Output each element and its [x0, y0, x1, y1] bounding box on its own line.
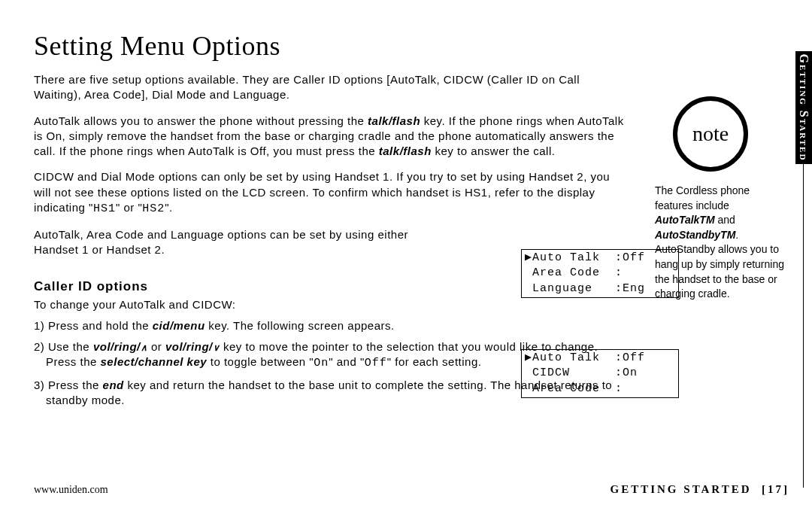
select-channel-key-ref: select/channel key [101, 355, 208, 368]
text: and [715, 214, 735, 226]
note-label: note [692, 122, 729, 146]
page-title: Setting Menu Options [34, 30, 628, 62]
text: Press the [46, 355, 101, 368]
up-arrow-icon: ∧ [141, 342, 148, 353]
talk-flash-key-ref: talk/flash [368, 114, 420, 127]
page-footer: www.uniden.com GETTING STARTED [17] [34, 483, 789, 496]
text: AutoTalk allows you to answer the phone … [34, 114, 368, 127]
text: ". [165, 201, 173, 214]
autotalk-paragraph: AutoTalk allows you to answer the phone … [34, 114, 628, 160]
text: 3) Press the [34, 379, 103, 391]
text: key to answer the call. [432, 144, 556, 157]
autostandby-tm: AutoStandbyTM [655, 229, 735, 241]
footer-page-number: [17] [762, 483, 789, 495]
note-icon: note [673, 96, 748, 172]
text: or [147, 340, 165, 353]
footer-section: GETTING STARTED [17] [611, 483, 789, 496]
footer-section-label: GETTING STARTED [611, 483, 752, 495]
cid-menu-key-ref: cid/menu [153, 319, 205, 332]
cidcw-paragraph: CIDCW and Dial Mode options can only be … [34, 169, 628, 217]
note-body: The Cordless phone features include Auto… [650, 184, 793, 302]
text: " and " [329, 355, 365, 368]
talk-flash-key-ref: talk/flash [379, 144, 432, 157]
either-handset-paragraph: AutoTalk, Area Code and Language options… [34, 227, 440, 258]
section-tab-label: Getting Started [797, 54, 810, 162]
change-intro: To change your AutoTalk and CIDCW: [34, 297, 628, 312]
text: key. The following screen appears. [205, 319, 395, 332]
down-arrow-icon: ∨ [213, 342, 220, 353]
vol-ring-up-key-ref: vol/ring/∧ [93, 340, 147, 353]
hs2-label: HS2 [142, 202, 165, 215]
side-column: note The Cordless phone features include… [650, 30, 808, 517]
manual-page: Setting Menu Options There are five setu… [0, 0, 812, 517]
end-key-ref: end [103, 379, 124, 391]
hs1-label: HS1 [93, 202, 116, 215]
footer-url: www.uniden.com [34, 484, 108, 496]
text: 1) Press and hold the [34, 319, 153, 332]
main-column: Setting Menu Options There are five setu… [34, 30, 650, 517]
text: to toggle between " [207, 355, 314, 368]
text: The Cordless phone features include [655, 184, 750, 211]
text: 2) Use the [34, 340, 93, 353]
on-value: On [314, 357, 329, 370]
text: " or " [116, 201, 142, 214]
step-1: 1) Press and hold the cid/menu key. The … [34, 318, 515, 333]
section-tab: Getting Started [795, 51, 812, 164]
autotalk-tm: AutoTalkTM [655, 214, 715, 226]
intro-paragraph: There are five setup options available. … [34, 72, 628, 103]
vol-ring-down-key-ref: vol/ring/∨ [165, 340, 220, 353]
off-value: Off [365, 357, 387, 370]
side-rule [803, 164, 804, 488]
text: " for each setting. [387, 355, 482, 368]
